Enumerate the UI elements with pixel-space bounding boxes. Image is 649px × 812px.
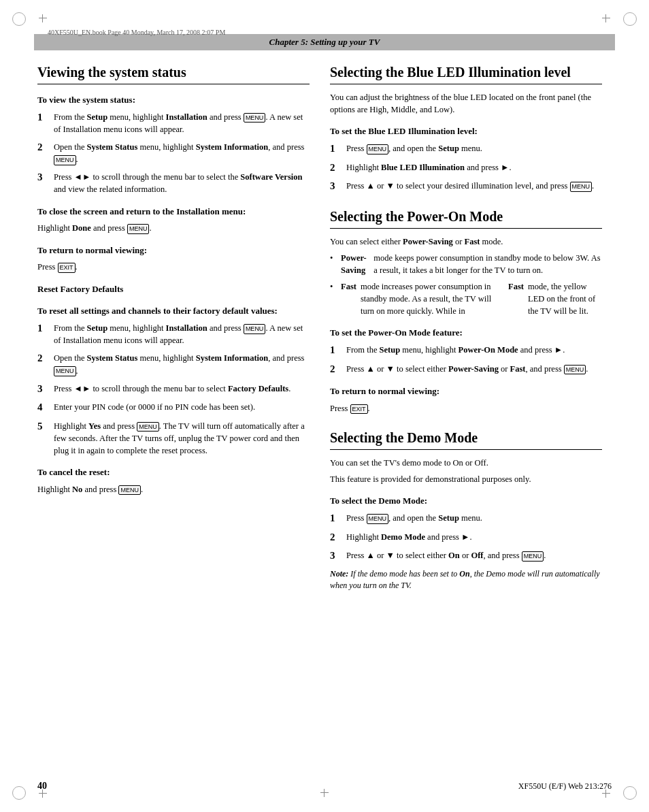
step-num: 1 (37, 111, 48, 135)
step-num: 2 (330, 531, 341, 545)
step-num: 2 (37, 352, 48, 376)
power-on-title: Selecting the Power-On Mode (330, 208, 602, 229)
left-section-title: Viewing the system status (37, 64, 310, 84)
demo-note: Note: If the demo mode has been set to O… (330, 568, 602, 592)
corner-mark-bl (12, 786, 26, 800)
step-num: 5 (37, 420, 48, 457)
step-item: 3 Press ◄► to scroll through the menu ba… (37, 383, 310, 396)
demo-steps: 1 Press MENU, and open the Setup menu. 2… (330, 512, 602, 563)
step-item: 1 Press MENU, and open the Setup menu. (330, 512, 602, 525)
blue-led-section: Selecting the Blue LED Illumination leve… (330, 64, 602, 193)
right-column: Selecting the Blue LED Illumination leve… (330, 64, 602, 596)
step-num: 2 (330, 161, 341, 175)
step-item: 1 From the Setup menu, highlight Install… (37, 111, 310, 135)
demo-intro1: You can set the TV's demo mode to On or … (330, 457, 602, 469)
reset-steps: 1 From the Setup menu, highlight Install… (37, 322, 310, 457)
chapter-bar: Chapter 5: Setting up your TV (34, 34, 615, 50)
step-text: Press ◄► to scroll through the menu bar … (54, 171, 310, 195)
step-item: 1 Press MENU, and open the Setup menu. (330, 142, 602, 156)
return-normal-text: Press EXIT. (37, 261, 310, 273)
reset-defaults-section: Reset Factory Defaults To reset all sett… (37, 283, 310, 457)
left-column: Viewing the system status To view the sy… (37, 64, 310, 596)
step-item: 2 Press ▲ or ▼ to select either Power-Sa… (330, 363, 602, 376)
cancel-reset-section: To cancel the reset: Highlight No and pr… (37, 466, 310, 496)
step-num: 2 (37, 141, 48, 165)
step-text: Open the System Status menu, highlight S… (54, 352, 310, 376)
step-num: 3 (330, 549, 341, 563)
step-num: 1 (37, 322, 48, 346)
step-text: Press ▲ or ▼ to select either Power-Savi… (346, 363, 602, 376)
reset-heading: Reset Factory Defaults (37, 283, 310, 296)
power-on-section: Selecting the Power-On Mode You can sele… (330, 208, 602, 415)
file-info: 40XF550U_EN.book Page 40 Monday, March 1… (48, 29, 225, 36)
return-normal-heading: To return to normal viewing: (37, 244, 310, 257)
step-item: 2 Open the System Status menu, highlight… (37, 352, 310, 376)
step-num: 1 (330, 344, 341, 357)
step-num: 4 (37, 401, 48, 415)
step-text: Press ▲ or ▼ to select your desired illu… (346, 180, 602, 193)
blue-led-steps: 1 Press MENU, and open the Setup menu. 2… (330, 142, 602, 193)
step-text: From the Setup menu, highlight Installat… (54, 322, 310, 346)
step-text: Enter your PIN code (or 0000 if no PIN c… (54, 401, 310, 415)
reset-subheading: To reset all settings and channels to th… (37, 305, 310, 318)
cross-tl (39, 14, 47, 22)
cancel-reset-text: Highlight No and press MENU. (37, 483, 310, 496)
content-area: Viewing the system status To view the sy… (37, 50, 612, 596)
corner-mark-tr (623, 12, 637, 26)
step-num: 3 (330, 180, 341, 193)
chapter-title: Chapter 5: Setting up your TV (269, 37, 380, 47)
corner-mark-br (623, 786, 637, 800)
bullet-item: Fast mode increases power consumption in… (330, 280, 602, 317)
step-num: 1 (330, 512, 341, 525)
step-item: 1 From the Setup menu, highlight Install… (37, 322, 310, 346)
step-item: 2 Highlight Demo Mode and press ►. (330, 531, 602, 545)
step-item: 4 Enter your PIN code (or 0000 if no PIN… (37, 401, 310, 415)
step-text: Press ▲ or ▼ to select either On or Off,… (346, 549, 602, 563)
cancel-reset-heading: To cancel the reset: (37, 466, 310, 479)
step-text: Open the System Status menu, highlight S… (54, 141, 310, 165)
step-item: 2 Open the System Status menu, highlight… (37, 141, 310, 165)
step-num: 3 (37, 171, 48, 195)
demo-mode-title: Selecting the Demo Mode (330, 429, 602, 450)
corner-mark-tl (12, 12, 26, 26)
step-text: Highlight Yes and press MENU. The TV wil… (54, 420, 310, 457)
step-num: 3 (37, 383, 48, 396)
view-status-heading: To view the system status: (37, 94, 310, 107)
bottom-center-cross (320, 789, 329, 797)
step-item: 1 From the Setup menu, highlight Power-O… (330, 344, 602, 357)
step-num: 1 (330, 142, 341, 156)
step-num: 2 (330, 363, 341, 376)
bullet-item: Power-Saving mode keeps power consumptio… (330, 252, 602, 276)
step-text: Press ◄► to scroll through the menu bar … (54, 383, 310, 396)
close-screen-text: Highlight Done and press MENU. (37, 222, 310, 234)
power-on-steps: 1 From the Setup menu, highlight Power-O… (330, 344, 602, 376)
blue-led-intro: You can adjust the brightness of the blu… (330, 91, 602, 116)
blue-led-title: Selecting the Blue LED Illumination leve… (330, 64, 602, 84)
power-on-bullets: Power-Saving mode keeps power consumptio… (330, 252, 602, 318)
power-on-intro: You can select either Power-Saving or Fa… (330, 236, 602, 248)
product-code: XF550U (E/F) Web 213:276 (518, 781, 612, 792)
step-item: 3 Press ◄► to scroll through the menu ba… (37, 171, 310, 195)
step-text: From the Setup menu, highlight Power-On … (346, 344, 602, 357)
demo-set-heading: To select the Demo Mode: (330, 495, 602, 508)
blue-led-set-heading: To set the Blue LED Illumination level: (330, 125, 602, 138)
step-text: Press MENU, and open the Setup menu. (346, 512, 602, 525)
demo-mode-section: Selecting the Demo Mode You can set the … (330, 429, 602, 591)
close-screen-heading: To close the screen and return to the In… (37, 206, 310, 218)
step-item: 3 Press ▲ or ▼ to select your desired il… (330, 180, 602, 193)
view-status-section: To view the system status: 1 From the Se… (37, 94, 310, 196)
step-item: 3 Press ▲ or ▼ to select either On or Of… (330, 549, 602, 563)
close-screen-section: To close the screen and return to the In… (37, 206, 310, 235)
demo-intro2: This feature is provided for demonstrati… (330, 473, 602, 485)
step-text: Highlight Blue LED Illumination and pres… (346, 161, 602, 175)
cross-tr (602, 14, 610, 22)
power-on-set-heading: To set the Power-On Mode feature: (330, 327, 602, 340)
step-item: 5 Highlight Yes and press MENU. The TV w… (37, 420, 310, 457)
step-text: From the Setup menu, highlight Installat… (54, 111, 310, 135)
power-return-text: Press EXIT. (330, 402, 602, 415)
return-normal-section: To return to normal viewing: Press EXIT. (37, 244, 310, 274)
page-number: 40 (37, 781, 47, 792)
step-text: Highlight Demo Mode and press ►. (346, 531, 602, 545)
step-text: Press MENU, and open the Setup menu. (346, 142, 602, 156)
power-return-heading: To return to normal viewing: (330, 385, 602, 398)
